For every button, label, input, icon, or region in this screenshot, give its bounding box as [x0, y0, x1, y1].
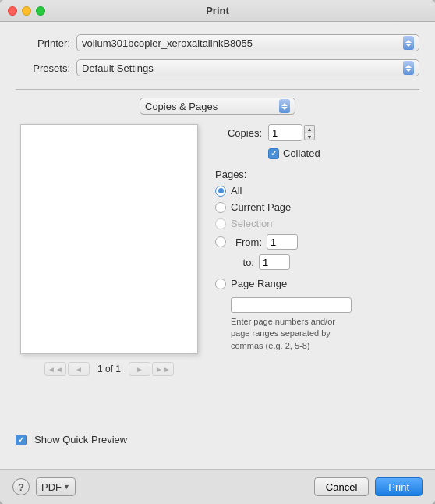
zoom-button[interactable]	[36, 6, 45, 16]
options-panel: Copies: ▲ ▼ ✓ Collated Pages:	[215, 124, 419, 426]
show-preview-checkbox[interactable]: ✓	[16, 435, 27, 445]
pages-header: Pages:	[215, 169, 419, 180]
nav-group-forward: ► ►►	[129, 362, 174, 376]
radio-selection-row: Selection	[215, 218, 419, 229]
minimize-button[interactable]	[22, 6, 31, 16]
copies-label: Copies:	[215, 127, 262, 139]
copies-input[interactable]	[268, 124, 302, 141]
content-area: Printer: vollum301bcopier_xeroxaltalinkB…	[0, 22, 435, 469]
presets-select[interactable]: Default Settings	[76, 59, 419, 76]
last-page-button[interactable]: ►►	[152, 362, 174, 376]
next-page-button[interactable]: ►	[129, 362, 150, 376]
pages-section-label: Pages:	[215, 169, 246, 180]
from-row: From:	[215, 234, 419, 250]
print-dialog: Print Printer: vollum301bcopier_xeroxalt…	[0, 0, 435, 504]
footer-right: Cancel Print	[314, 477, 423, 496]
arrow-down-icon	[405, 69, 412, 72]
close-button[interactable]	[8, 6, 17, 16]
footer: ? PDF ▼ Cancel Print	[0, 469, 435, 504]
presets-arrow	[403, 61, 414, 75]
first-page-button[interactable]: ◄◄	[44, 362, 66, 376]
print-button[interactable]: Print	[375, 477, 423, 496]
radio-from[interactable]	[215, 236, 226, 247]
copies-pages-arrow	[279, 99, 290, 113]
to-label: to:	[231, 257, 254, 268]
divider	[16, 89, 419, 90]
radio-selection[interactable]	[215, 218, 226, 229]
arrow-down-icon	[405, 44, 412, 47]
show-preview-label: Show Quick Preview	[34, 434, 127, 445]
page-label: 1 of 1	[97, 364, 121, 374]
collated-row: ✓ Collated	[268, 147, 419, 159]
main-area: ◄◄ ◄ 1 of 1 ► ►► Copies: ▲	[16, 124, 419, 426]
radio-page-range-label: Page Range	[231, 278, 287, 289]
pdf-button[interactable]: PDF ▼	[36, 477, 76, 496]
collated-label: Collated	[283, 147, 320, 159]
show-preview-row: ✓ Show Quick Preview	[16, 434, 419, 445]
traffic-lights	[8, 6, 45, 16]
radio-current-label: Current Page	[231, 201, 291, 213]
radio-page-range[interactable]	[215, 279, 226, 289]
printer-arrow	[403, 36, 414, 50]
radio-current-row: Current Page	[215, 201, 419, 213]
hint-text: Enter page numbers and/or page ranges se…	[231, 316, 355, 352]
help-button[interactable]: ?	[12, 478, 30, 495]
arrow-up-icon	[405, 40, 412, 43]
show-preview-check-icon: ✓	[18, 435, 24, 444]
printer-label: Printer:	[16, 37, 70, 49]
radio-page-range-row: Page Range	[215, 278, 419, 289]
copies-row: Copies: ▲ ▼	[215, 124, 419, 141]
printer-row: Printer: vollum301bcopier_xeroxaltalinkB…	[16, 34, 419, 51]
nav-group-back: ◄◄ ◄	[44, 362, 90, 376]
pdf-arrow-icon: ▼	[63, 483, 70, 491]
arrow-down-icon	[281, 107, 288, 110]
checkbox-check-icon: ✓	[271, 149, 277, 158]
to-row: to:	[231, 254, 419, 270]
presets-label: Presets:	[16, 62, 70, 74]
copies-decrement[interactable]: ▼	[304, 133, 315, 140]
presets-row: Presets: Default Settings	[16, 59, 419, 76]
copies-increment[interactable]: ▲	[304, 125, 315, 133]
window-title: Print	[206, 5, 229, 16]
collated-checkbox[interactable]: ✓	[268, 148, 279, 159]
page-range-section: Page Range Enter page numbers and/or pag…	[215, 278, 419, 352]
arrow-up-icon	[405, 65, 412, 68]
from-input[interactable]	[267, 234, 298, 250]
page-range-input[interactable]	[231, 297, 352, 313]
pdf-label: PDF	[41, 481, 62, 493]
radio-selection-label: Selection	[231, 218, 272, 229]
radio-all-label: All	[231, 185, 242, 197]
preview-panel: ◄◄ ◄ 1 of 1 ► ►►	[16, 124, 203, 426]
preview-box	[20, 124, 198, 354]
arrow-up-icon	[281, 103, 288, 106]
copies-pages-value: Copies & Pages	[145, 101, 218, 112]
to-input[interactable]	[259, 254, 290, 270]
copies-pages-select[interactable]: Copies & Pages	[140, 98, 295, 115]
titlebar: Print	[0, 0, 435, 22]
cancel-button[interactable]: Cancel	[314, 477, 369, 496]
printer-value: vollum301bcopier_xeroxaltalinkB8055	[82, 37, 400, 49]
radio-current[interactable]	[215, 202, 226, 213]
radio-dot	[218, 188, 224, 193]
copies-pages-row: Copies & Pages	[16, 98, 419, 115]
prev-page-button[interactable]: ◄	[68, 362, 90, 376]
radio-all[interactable]	[215, 186, 226, 197]
radio-all-row: All	[215, 185, 419, 197]
from-label: From:	[231, 236, 262, 248]
preview-nav: ◄◄ ◄ 1 of 1 ► ►►	[44, 362, 174, 376]
presets-value: Default Settings	[82, 62, 400, 74]
printer-select[interactable]: vollum301bcopier_xeroxaltalinkB8055	[76, 34, 419, 51]
copies-stepper: ▲ ▼	[304, 125, 315, 140]
